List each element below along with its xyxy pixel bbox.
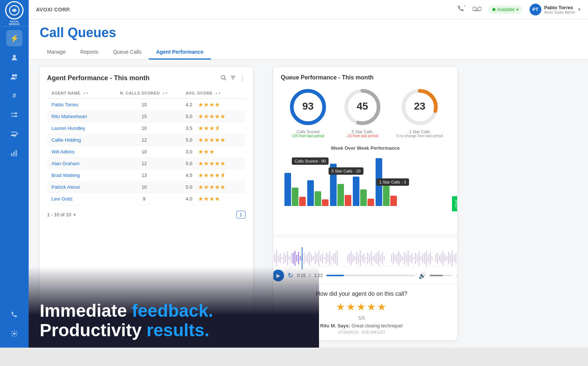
svg-rect-49: [305, 255, 306, 261]
chat-tab[interactable]: chat: [452, 196, 457, 211]
svg-rect-101: [415, 252, 416, 264]
svg-rect-92: [398, 251, 399, 265]
agent-name-link[interactable]: Levi Goltz: [51, 196, 73, 202]
svg-rect-69: [351, 251, 352, 265]
download-icon[interactable]: ⬇: [455, 272, 457, 279]
sidebar-item-team[interactable]: [6, 68, 22, 85]
svg-rect-45: [298, 252, 299, 264]
bar-chart-title: Week Over Week Performance: [281, 145, 450, 151]
calls-count: 12: [107, 134, 182, 146]
svg-rect-103: [419, 251, 420, 265]
svg-rect-32: [274, 254, 275, 263]
score-cell: 5.0 ★★★★★: [181, 158, 245, 170]
sidebar-item-user[interactable]: [6, 49, 22, 65]
svg-rect-39: [287, 251, 288, 265]
volume-slider[interactable]: [430, 275, 452, 276]
svg-rect-118: [448, 252, 449, 264]
pagination: 1 - 10 of 10 ▾ 1: [47, 211, 245, 218]
sidebar-item-settings[interactable]: [6, 326, 22, 342]
tab-reports[interactable]: Reports: [73, 45, 106, 60]
sidebar-item-analytics[interactable]: [6, 145, 22, 161]
bar-red-1: [299, 197, 306, 206]
feedback-agent: Ritu M. Says:: [320, 323, 350, 328]
svg-rect-63: [331, 256, 332, 260]
bar-red-4: [368, 199, 374, 206]
tab-agent-performance[interactable]: Agent Performance: [149, 45, 211, 60]
one-star-label: 1 Star Calls: [396, 129, 443, 134]
user-chevron[interactable]: ▾: [578, 7, 581, 12]
svg-rect-100: [413, 257, 414, 259]
sidebar-item-phone[interactable]: [6, 306, 22, 323]
status-label: Available: [497, 7, 514, 12]
svg-point-1: [13, 55, 16, 58]
feedback-comment-text: Great closing technique!: [352, 323, 403, 328]
agent-name-link[interactable]: Brad Watking: [51, 173, 80, 178]
svg-rect-42: [293, 253, 294, 263]
agent-name-link[interactable]: Will Adkins: [51, 149, 75, 154]
score-cell: 3.5 ★★★⯨: [181, 122, 245, 134]
svg-rect-78: [367, 252, 368, 264]
table-row: Patrick Alessi 10 5.0 ★★★★★: [47, 181, 245, 193]
phone-icon[interactable]: [457, 5, 465, 14]
tooltip-calls-scored: Calls Scored - 90: [292, 157, 329, 165]
table-row: Will Adkins 10 3.0 ★★★: [47, 146, 245, 158]
svg-rect-38: [285, 255, 286, 262]
table-row: Levi Goltz 9 4.0 ★★★★: [47, 193, 245, 205]
search-icon[interactable]: [220, 75, 226, 82]
svg-rect-4: [11, 153, 12, 156]
bar-blue-1: [284, 173, 291, 206]
tab-manage[interactable]: Manage: [40, 45, 73, 60]
svg-rect-87: [384, 256, 385, 260]
waveform-svg: [273, 247, 457, 269]
calls-scored-label: Calls Scored: [288, 129, 328, 134]
marketing-banner: Immediate feedback. Productivity results…: [29, 267, 319, 348]
page-number[interactable]: 1: [236, 211, 245, 218]
svg-rect-76: [363, 253, 365, 263]
agent-name-link[interactable]: Alan Graham: [51, 161, 80, 166]
one-star-metric: 23 1 Star Calls 0 no change from last pe…: [396, 87, 443, 138]
svg-rect-99: [411, 253, 412, 263]
agent-name-link[interactable]: Pablo Torres: [51, 102, 78, 107]
agent-name-link[interactable]: Callie Hidding: [51, 137, 81, 143]
svg-rect-72: [356, 252, 357, 264]
status-badge[interactable]: Available ▾: [489, 6, 522, 14]
marketing-line-2: Productivity results.: [40, 321, 308, 340]
svg-rect-44: [296, 255, 297, 262]
sidebar-item-routing[interactable]: [6, 107, 22, 123]
sidebar-item-shuffle[interactable]: [6, 126, 22, 142]
bar-red-5: [390, 196, 397, 206]
sidebar-item-hash[interactable]: #: [6, 88, 22, 104]
status-chevron: ▾: [516, 7, 519, 12]
calls-scored-metric: 93 Calls Scored +25 from last period: [288, 87, 328, 138]
calls-count: 10: [107, 122, 182, 134]
filter-icon[interactable]: [230, 75, 236, 82]
audio-progress-bar[interactable]: [326, 275, 415, 276]
agent-name-link[interactable]: Patrick Alessi: [51, 184, 80, 190]
svg-rect-81: [373, 256, 374, 260]
svg-text:45: 45: [356, 100, 368, 112]
svg-rect-86: [382, 252, 383, 264]
svg-rect-50: [307, 253, 308, 263]
volume-icon[interactable]: 🔊: [419, 272, 426, 279]
voicemail-icon[interactable]: [473, 6, 481, 13]
table-row: Alan Graham 12 5.0 ★★★★★: [47, 158, 245, 170]
agent-name-link[interactable]: Lauren Hundley: [51, 125, 85, 131]
svg-rect-105: [422, 253, 423, 263]
svg-rect-57: [320, 255, 321, 261]
svg-rect-33: [276, 250, 277, 266]
sidebar-item-lightning[interactable]: ⚡: [6, 30, 22, 46]
pagination-dropdown[interactable]: ▾: [74, 212, 76, 217]
svg-rect-62: [329, 251, 330, 265]
user-role: Avoxi Super Admin: [544, 10, 575, 14]
tab-queue-calls[interactable]: Queue Calls: [106, 45, 149, 60]
waveform-area: ABC: [273, 237, 457, 267]
tooltip-one-star: 1 Star Calls - 3: [376, 178, 409, 186]
agent-name-link[interactable]: Ritu Maheshwari: [51, 114, 87, 119]
one-star-sublabel: 0 no change from last period: [396, 134, 443, 138]
svg-rect-108: [428, 255, 429, 262]
svg-rect-106: [424, 253, 425, 263]
more-options-icon[interactable]: ⋮: [240, 75, 245, 82]
svg-rect-5: [13, 152, 15, 156]
svg-text:93: 93: [302, 100, 313, 112]
svg-rect-117: [446, 256, 447, 260]
